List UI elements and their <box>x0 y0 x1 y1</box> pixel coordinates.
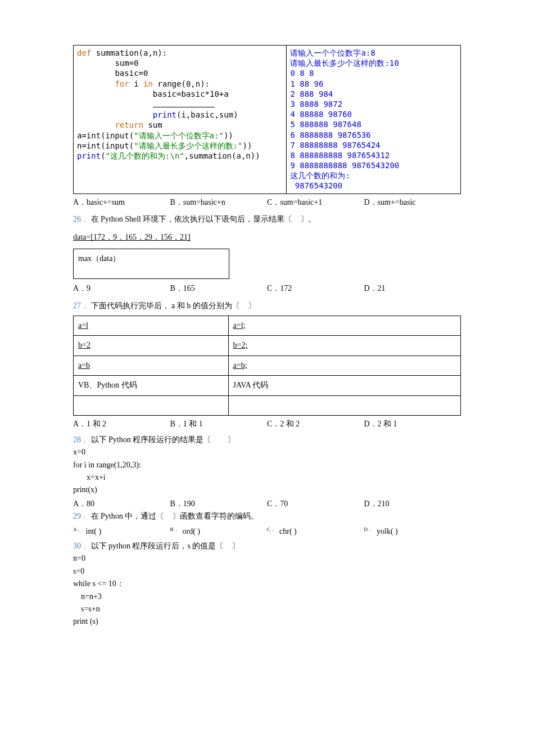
q30-c2: s=0 <box>73 567 84 575</box>
q25-opt-c: C．sum=basic+1 <box>267 196 364 209</box>
q28-num: 28． <box>73 435 89 444</box>
q28-c2: for i in range(1,20,3): <box>73 461 141 469</box>
q27-num: 27． <box>73 302 89 310</box>
q29-options: A． int( ) B． ord( ) C． chr( ) D． yolk( ) <box>73 525 461 538</box>
q30-c1: n=0 <box>73 554 85 562</box>
q27-r4: JAVA 代码 <box>228 376 460 395</box>
q29-num: 29． <box>73 512 89 520</box>
q30-c6: print (s) <box>73 617 98 626</box>
q26-opt-a: A．9 <box>73 282 170 295</box>
q25-code-block: def summation(a,n): sum=0 basic=0 for i … <box>73 45 461 194</box>
q27-opt-a: A．1 和 2 <box>73 418 170 430</box>
q27-opt-b: B．1 和 1 <box>170 418 268 430</box>
q29-opt-d: D． yolk( ) <box>364 525 461 538</box>
q27-l3: a=b <box>74 356 229 375</box>
q28-opt-a: A．80 <box>73 498 170 510</box>
q25-opt-b: B．sum=basic+n <box>170 196 268 209</box>
q27-table: a=l a=l; b=2 b=2; a=b a=b; VB、Python 代码 … <box>73 316 461 416</box>
q28-c3: x=x+i <box>73 471 461 484</box>
q30-num: 30． <box>73 542 89 550</box>
q28: 28． 以下 Python 程序段运行的结果是〔 〕 <box>73 434 461 446</box>
q28-c1: x=0 <box>73 448 85 456</box>
q25-code-left: def summation(a,n): sum=0 basic=0 for i … <box>73 45 287 194</box>
q29-opt-a: A． int( ) <box>73 525 170 538</box>
q25-opt-d: D．sum+=basic <box>364 196 461 209</box>
q30-c4: n=n+3 <box>73 591 461 603</box>
q29-opt-c: C． chr( ) <box>267 525 364 538</box>
q28-opt-b: B．190 <box>170 498 268 510</box>
q26-options: A．9 B．165 C．172 D．21 <box>73 282 461 295</box>
q26-num: 26． <box>73 215 89 223</box>
q28-text: 以下 Python 程序段运行的结果是〔 〕 <box>91 435 236 444</box>
q30: 30． 以下 python 程序段运行后，s 的值是〔 〕 <box>73 540 461 552</box>
q26-opt-d: D．21 <box>364 282 461 295</box>
q26: 26． 在 Python Shell 环境下，依次执行以下语句后，显示结果〔 〕… <box>73 213 461 226</box>
q26-opt-b: B．165 <box>170 282 268 295</box>
q29: 29． 在 Python 中，通过〔 〕函数查看字符的编码。 <box>73 510 461 523</box>
q27: 27． 下面代码执行完毕后， a 和 b 的值分别为〔 〕 <box>73 300 461 312</box>
q29-opt-b: B． ord( ) <box>170 525 268 538</box>
q26-box: max（data） <box>73 249 229 279</box>
q27-opt-d: D．2 和 1 <box>364 418 461 430</box>
q27-l4: VB、Python 代码 <box>74 376 229 395</box>
q27-l1: a=l <box>74 316 229 335</box>
q27-blank-l <box>74 395 229 415</box>
q28-opt-d: D．210 <box>364 498 461 510</box>
q27-r3: a=b; <box>228 356 460 375</box>
q27-r2: b=2; <box>228 336 460 356</box>
q30-c3: while s <= 10： <box>73 579 124 588</box>
q30-text: 以下 python 程序段运行后，s 的值是〔 〕 <box>91 542 240 550</box>
q26-opt-c: C．172 <box>267 282 364 295</box>
q27-options: A．1 和 2 B．1 和 1 C．2 和 2 D．2 和 1 <box>73 418 461 430</box>
q26-text: 在 Python Shell 环境下，依次执行以下语句后，显示结果〔 〕。 <box>91 215 316 223</box>
q28-opt-c: C．70 <box>267 498 364 510</box>
q26-max-line: max（data） <box>78 254 120 263</box>
q30-c5: s=s+n <box>73 603 461 615</box>
q25-opt-a: A．basic+=sum <box>73 196 170 209</box>
q27-r1: a=l; <box>228 316 460 335</box>
q28-options: A．80 B．190 C．70 D．210 <box>73 498 461 510</box>
q27-blank-r <box>228 395 460 415</box>
q27-opt-c: C．2 和 2 <box>267 418 364 430</box>
q28-c4: print(x) <box>73 485 97 494</box>
q27-l2: b=2 <box>74 336 229 356</box>
q26-data-line: data=[172，9，165，29，156，21] <box>73 231 191 244</box>
q25-options: A．basic+=sum B．sum=basic+n C．sum=basic+1… <box>73 196 461 209</box>
q25-code-right: 请输入一个个位数字a:8 请输入最长多少个这样的数:10 0 8 8 1 88 … <box>287 45 461 194</box>
q29-text: 在 Python 中，通过〔 〕函数查看字符的编码。 <box>91 512 259 520</box>
q27-text: 下面代码执行完毕后， a 和 b 的值分别为〔 〕 <box>91 302 256 310</box>
